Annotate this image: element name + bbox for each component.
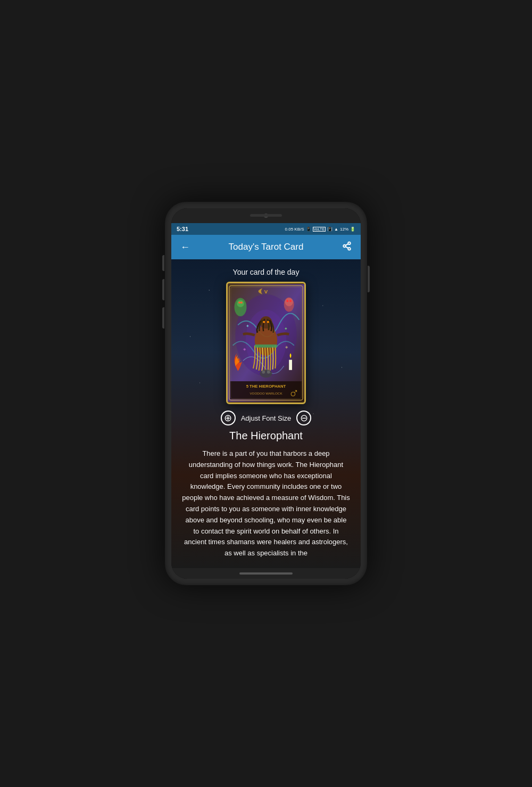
battery-icon: 🔋: [350, 227, 355, 232]
tarot-card-container: V: [226, 282, 306, 404]
network-speed: 0.05 KB/S: [285, 227, 304, 232]
svg-text:VOODOO WARLOCK: VOODOO WARLOCK: [250, 391, 282, 395]
minus-icon: ⊖: [300, 413, 308, 423]
svg-point-14: [285, 298, 293, 306]
app-bar: ← Today's Tarot Card: [171, 235, 361, 259]
plus-icon: ⊕: [224, 413, 232, 423]
svg-point-10: [237, 300, 244, 307]
vibrate-icon: 📳: [327, 227, 332, 232]
svg-point-1: [343, 244, 346, 247]
svg-text:5    THE HIEROPHANT: 5 THE HIEROPHANT: [246, 384, 286, 389]
svg-point-24: [262, 371, 265, 374]
volte-badge: VoLTE: [313, 227, 326, 232]
svg-point-16: [289, 300, 292, 302]
svg-text:V: V: [264, 289, 268, 294]
font-size-label: Adjust Font Size: [241, 414, 292, 422]
svg-point-0: [348, 242, 351, 244]
svg-line-4: [345, 243, 348, 245]
card-title: The Hierophant: [229, 430, 303, 442]
power-button: [368, 266, 370, 292]
home-indicator: [171, 568, 361, 579]
tarot-card: V: [226, 282, 306, 404]
phone-frame: 5:31 0.05 KB/S 📱 VoLTE 📳 ▲ 12% 🔋 ← Today…: [165, 202, 367, 585]
earpiece-speaker: [250, 214, 282, 217]
font-size-controls: ⊕ Adjust Font Size ⊖: [221, 411, 312, 425]
svg-rect-21: [255, 345, 277, 348]
phone-screen: 5:31 0.05 KB/S 📱 VoLTE 📳 ▲ 12% 🔋 ← Today…: [171, 208, 361, 579]
home-bar: [239, 572, 293, 575]
svg-point-23: [260, 370, 272, 378]
svg-line-3: [345, 247, 348, 248]
svg-point-25: [267, 371, 270, 374]
svg-text:✦: ✦: [284, 326, 288, 331]
status-bar: 5:31 0.05 KB/S 📱 VoLTE 📳 ▲ 12% 🔋: [171, 223, 361, 235]
svg-point-19: [263, 321, 265, 323]
svg-point-2: [348, 248, 351, 250]
svg-text:✦: ✦: [246, 324, 250, 329]
font-decrease-button[interactable]: ⊖: [296, 411, 311, 425]
signal-icon: ▲: [334, 227, 338, 232]
app-bar-title: Today's Tarot Card: [197, 242, 335, 252]
phone-icon: 📱: [306, 227, 311, 232]
svg-point-12: [240, 301, 243, 304]
main-content: Your card of the day: [171, 259, 361, 568]
back-button[interactable]: ←: [179, 242, 192, 253]
card-description: There is a part of you that harbors a de…: [171, 442, 361, 568]
svg-point-11: [238, 301, 240, 304]
font-increase-button[interactable]: ⊕: [221, 411, 236, 425]
svg-rect-22: [289, 360, 292, 370]
battery-level: 12%: [340, 227, 348, 232]
volume-up-button: [162, 255, 164, 271]
svg-point-15: [286, 300, 288, 302]
phone-top-hardware: [171, 208, 361, 223]
svg-point-20: [267, 321, 269, 323]
status-icons: 0.05 KB/S 📱 VoLTE 📳 ▲ 12% 🔋: [285, 227, 355, 232]
subtitle-text: Your card of the day: [233, 268, 300, 276]
volume-down-button: [162, 279, 164, 300]
status-time: 5:31: [177, 226, 188, 232]
share-button[interactable]: [340, 241, 353, 253]
camera-button: [162, 307, 164, 329]
